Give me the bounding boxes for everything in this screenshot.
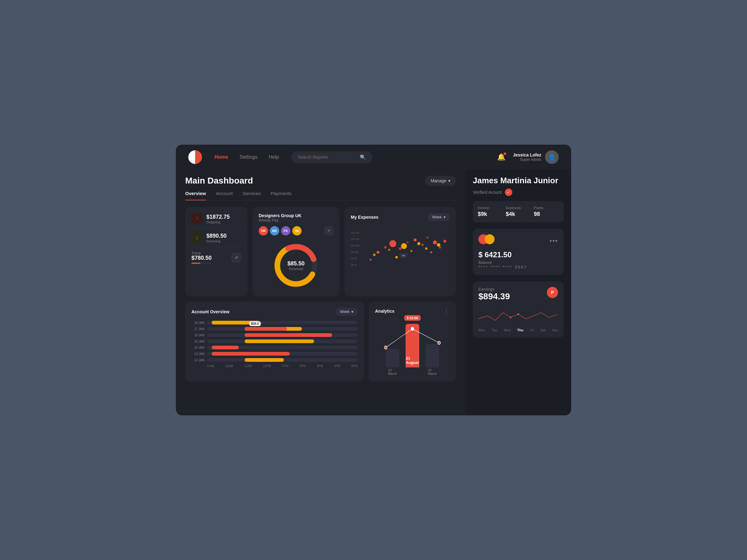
gantt-label: 13 JAN (191, 352, 205, 355)
svg-point-26 (443, 240, 446, 243)
time-label: 11AM (244, 364, 252, 368)
topup-label: Topup (191, 251, 212, 255)
nav-settings[interactable]: Settings (239, 154, 257, 160)
designers-title: Designers Group UK (259, 213, 333, 218)
progress-bar (191, 263, 212, 264)
stat-card: ↑ $1872.75 Outgoing ↓ $890.50 Incoming (185, 207, 248, 296)
designers-arrow-button[interactable]: ↗ (324, 226, 333, 236)
avatar-count: 08 (292, 226, 302, 236)
analytics-label: 25March (428, 369, 437, 375)
gantt-bar-yellow (244, 340, 314, 343)
svg-point-28 (388, 249, 390, 251)
earnings-info: Earnings $894.39 (479, 287, 510, 305)
incoming-value: $890.50 (206, 233, 227, 239)
outgoing-value: $1872.75 (206, 214, 230, 220)
expenses-stat: Expences $4k (506, 206, 531, 217)
time-label: 2PM (300, 364, 306, 368)
day-mon: Mon (479, 328, 485, 332)
scatter-chart: $20-25k $15-20k $10-15k $5-10k $1-5k $0-… (351, 225, 450, 275)
svg-point-33 (425, 247, 428, 250)
table-row: 16 JAN (191, 333, 358, 337)
svg-text:$10-15k: $10-15k (352, 244, 360, 247)
svg-point-31 (411, 250, 412, 252)
donut-sub: Received (287, 267, 304, 271)
user-text: Jessica Lofez Super Admin (513, 153, 541, 162)
table-row: 18 JAN (191, 321, 358, 324)
svg-point-19 (399, 247, 402, 250)
gantt-track (207, 321, 358, 324)
day-sat: Sat (540, 328, 546, 332)
svg-text:$0-1k: $0-1k (352, 264, 357, 266)
incoming-icon: ↓ (191, 232, 203, 243)
donut-label: $85.50 Received (287, 260, 304, 271)
svg-point-15 (369, 259, 371, 261)
svg-point-21 (414, 238, 417, 241)
day-tue: Tue (491, 328, 497, 332)
gantt-label: 17 JAN (191, 327, 205, 331)
topup-button[interactable]: ↗ (231, 252, 241, 263)
points-label: Points (534, 206, 559, 210)
time-label: 10AM (225, 364, 233, 368)
verified-text: Verified Acount (473, 190, 502, 195)
account-week-selector[interactable]: Week ▾ (336, 308, 358, 316)
avatar-row: DR MD PX 08 ↗ (259, 226, 333, 236)
gantt-track (207, 346, 358, 349)
svg-line-38 (386, 329, 412, 348)
manage-button[interactable]: Manage ▾ (425, 176, 456, 186)
mastercard-icon (479, 234, 495, 244)
notification-bell-icon[interactable]: 🔔 (497, 153, 506, 161)
avatar-px: PX (281, 226, 290, 236)
designers-subtitle: Weekly Pay (259, 218, 333, 222)
tab-account[interactable]: Account (216, 191, 233, 201)
svg-point-34 (430, 251, 432, 253)
nav-right: 🔔 Jessica Lofez Super Admin 👤 (497, 150, 559, 164)
gantt-label: 18 JAN (191, 321, 205, 324)
svg-line-39 (412, 329, 439, 343)
donut-amount: $85.50 (287, 260, 304, 267)
search-input[interactable] (298, 155, 357, 160)
analytics-bar-chart: 23March $ 53.96 21August 21Aug (375, 320, 450, 375)
avatar[interactable]: 👤 (545, 150, 559, 164)
left-panel: Main Dashboard Manage ▾ Overview Account… (176, 169, 465, 415)
gantt-label: 12 JAN (191, 358, 205, 362)
user-info: Jessica Lofez Super Admin 👤 (513, 150, 559, 164)
week-selector[interactable]: Week ▾ (428, 213, 450, 221)
svg-point-40 (384, 346, 387, 349)
avatar-md: MD (270, 226, 279, 236)
svg-text:$20-25k: $20-25k (352, 232, 360, 234)
gantt-bar-red (244, 333, 332, 337)
svg-point-42 (438, 341, 440, 344)
tab-payments[interactable]: Payments (271, 191, 291, 201)
svg-point-44 (517, 313, 519, 315)
tab-overview[interactable]: Overview (185, 191, 206, 201)
card-menu-button[interactable]: ••• (550, 237, 558, 244)
cards-row: ↑ $1872.75 Outgoing ↓ $890.50 Incoming (185, 207, 456, 296)
gantt-tooltip: $30.5 (249, 321, 261, 326)
app-container: Home Settings Help 🔍 🔔 Jessica Lofez Sup… (176, 145, 571, 415)
expenses-label: Expences (506, 206, 531, 210)
income-value: $9k (478, 211, 503, 217)
page-title: Main Dashboard (185, 176, 253, 186)
gantt-bar-red (212, 346, 239, 349)
avatar-dr: DR (259, 226, 268, 236)
earnings-chart (479, 306, 558, 325)
svg-point-17 (384, 246, 387, 248)
search-bar[interactable]: 🔍 (291, 151, 372, 163)
nav-home[interactable]: Home (214, 154, 228, 160)
earnings-label: Earnings (479, 287, 510, 292)
more-options-button[interactable]: ⋮ (443, 308, 450, 315)
svg-text:31K: 31K (402, 255, 406, 257)
tab-services[interactable]: Services (243, 191, 261, 201)
analytics-card: Analytics ⋮ (369, 301, 456, 382)
nav-help[interactable]: Help (268, 154, 279, 160)
day-thu: Thu (517, 328, 523, 332)
day-fri: Fri (530, 328, 534, 332)
points-stat: Points 98 (534, 206, 559, 217)
incoming-info: $890.50 Incoming (206, 233, 227, 243)
progress-fill (191, 263, 201, 264)
svg-point-29 (395, 256, 398, 259)
svg-point-18 (389, 240, 396, 247)
table-row: 17 JAN $30.5 (191, 327, 358, 331)
svg-point-35 (437, 243, 440, 247)
svg-point-16 (377, 251, 380, 254)
